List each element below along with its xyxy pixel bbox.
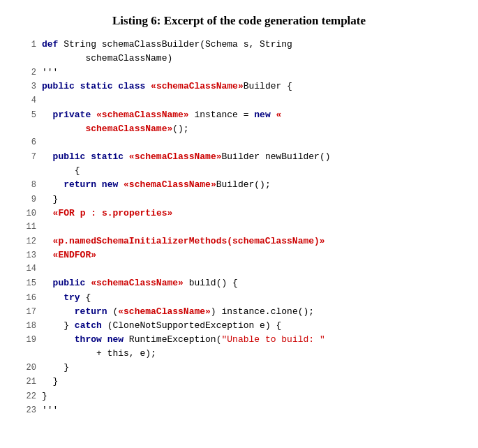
code-segment-template-tag: «ENDFOR» (53, 250, 96, 260)
code-segment-normal: } (42, 194, 58, 204)
code-segment-normal: } (42, 320, 75, 331)
line-content: ''' (42, 66, 457, 80)
code-segment-normal (271, 110, 276, 120)
line-number: 23 (21, 404, 36, 417)
code-line: schemaClassName»(); (21, 122, 457, 136)
code-segment-normal: } (42, 376, 58, 387)
code-segment-kw: try (64, 292, 80, 303)
code-segment-kw: throw (75, 334, 102, 345)
code-segment-kw: public (42, 81, 75, 91)
code-segment-normal (42, 151, 53, 162)
code-segment-normal: Builder newBuilder() (221, 151, 330, 162)
code-segment-normal: ''' (42, 67, 58, 77)
code-segment-kw: private (53, 110, 91, 120)
code-line: 4 (21, 94, 457, 108)
code-segment-normal: Builder(); (216, 179, 271, 190)
line-number: 20 (21, 361, 36, 375)
code-segment-normal (42, 208, 53, 218)
code-segment-normal (75, 81, 80, 91)
line-number: 11 (21, 221, 36, 234)
line-content: public «schemaClassName» build() { (42, 276, 457, 290)
code-segment-template-tag: «schemaClassName» (129, 151, 222, 162)
line-content: «FOR p : s.properties» (42, 207, 457, 221)
line-number: 22 (21, 390, 36, 403)
line-number: 2 (21, 66, 36, 80)
code-segment-normal (42, 306, 75, 317)
code-segment-normal: String schemaClassBuilder(Schema s, Stri… (58, 39, 292, 50)
code-segment-template-tag: «schemaClassName» (151, 81, 244, 91)
code-line: 9 } (21, 193, 457, 207)
code-line: 13 «ENDFOR» (21, 248, 457, 262)
code-segment-normal: (CloneNotSupportedException e) { (102, 320, 281, 331)
code-segment-str: "Unable to build: " (221, 334, 324, 345)
line-content: «ENDFOR» (42, 248, 457, 262)
code-segment-normal (91, 110, 96, 120)
code-segment-normal (96, 179, 102, 190)
line-content: + this, e); (42, 347, 457, 361)
line-content: private «schemaClassName» instance = new… (42, 108, 457, 122)
code-segment-normal: RuntimeException( (124, 334, 221, 345)
line-number: 16 (21, 292, 36, 305)
line-content: } (42, 375, 457, 389)
line-content: def String schemaClassBuilder(Schema s, … (42, 38, 457, 52)
code-segment-template-tag: : (91, 208, 96, 218)
code-line: 18 } catch (CloneNotSupportedException e… (21, 319, 457, 333)
code-segment-template-tag: schemaClassName» (85, 124, 172, 134)
line-number: 4 (21, 94, 36, 107)
code-line: 2''' (21, 66, 457, 80)
code-segment-template-tag: «schemaClassName» (91, 278, 184, 288)
line-content: } (42, 193, 457, 207)
line-content: try { (42, 291, 457, 305)
code-line: { (21, 164, 457, 178)
code-line: 14 (21, 262, 457, 276)
code-segment-normal (42, 250, 53, 260)
code-segment-normal (75, 208, 80, 218)
code-segment-normal (42, 179, 64, 190)
code-line: 5 private «schemaClassName» instance = n… (21, 108, 457, 122)
line-content: schemaClassName) (42, 52, 457, 66)
line-number: 14 (21, 262, 36, 276)
code-segment-normal: build() { (184, 278, 238, 288)
line-number: 18 (21, 320, 36, 333)
code-line: 6 (21, 136, 457, 150)
code-segment-normal (42, 292, 64, 303)
code-segment-template-tag: «schemaClassName» (96, 110, 189, 120)
line-number: 9 (21, 193, 36, 207)
line-content: public static «schemaClassName»Builder n… (42, 150, 457, 164)
code-segment-template-tag: «schemaClassName» (118, 306, 211, 317)
code-segment-normal: ( (107, 306, 119, 317)
code-line: + this, e); (21, 347, 457, 361)
code-segment-normal (42, 334, 75, 345)
code-line: 17 return («schemaClassName») instance.c… (21, 305, 457, 319)
code-segment-normal (96, 208, 102, 218)
code-line: 1def String schemaClassBuilder(Schema s,… (21, 38, 457, 52)
code-segment-kw: catch (75, 320, 102, 331)
code-segment-normal (42, 110, 53, 120)
code-line: 3public static class «schemaClassName»Bu… (21, 80, 457, 94)
line-number: 13 (21, 249, 36, 262)
code-line: 16 try { (21, 291, 457, 305)
line-content: return new «schemaClassName»Builder(); (42, 178, 457, 192)
code-segment-kw: new (107, 334, 124, 345)
code-segment-template-tag: « (276, 110, 282, 120)
code-line: 10 «FOR p : s.properties» (21, 207, 457, 221)
line-number: 12 (21, 235, 36, 248)
line-content: «p.namedSchemaInitializerMethods(schemaC… (42, 234, 457, 248)
line-content: return («schemaClassName») instance.clon… (42, 305, 457, 319)
code-segment-kw: static (91, 151, 124, 162)
code-segment-normal: { (80, 292, 91, 303)
line-content: { (42, 164, 457, 178)
code-segment-normal (124, 151, 129, 162)
line-number: 21 (21, 375, 36, 389)
code-line: 11 (21, 221, 457, 234)
code-line: 23''' (21, 403, 457, 417)
code-line: 8 return new «schemaClassName»Builder(); (21, 178, 457, 192)
code-segment-normal: schemaClassName) (42, 53, 172, 64)
code-segment-normal: (); (172, 124, 188, 134)
code-segment-normal: Builder { (244, 81, 292, 91)
code-segment-template-tag: «p.namedSchemaInitializerMethods(schemaC… (53, 236, 325, 246)
line-content: } catch (CloneNotSupportedException e) { (42, 319, 457, 333)
code-line: 7 public static «schemaClassName»Builder… (21, 150, 457, 164)
code-segment-template-tag: s.properties» (102, 208, 172, 218)
code-line: 12 «p.namedSchemaInitializerMethods(sche… (21, 234, 457, 248)
